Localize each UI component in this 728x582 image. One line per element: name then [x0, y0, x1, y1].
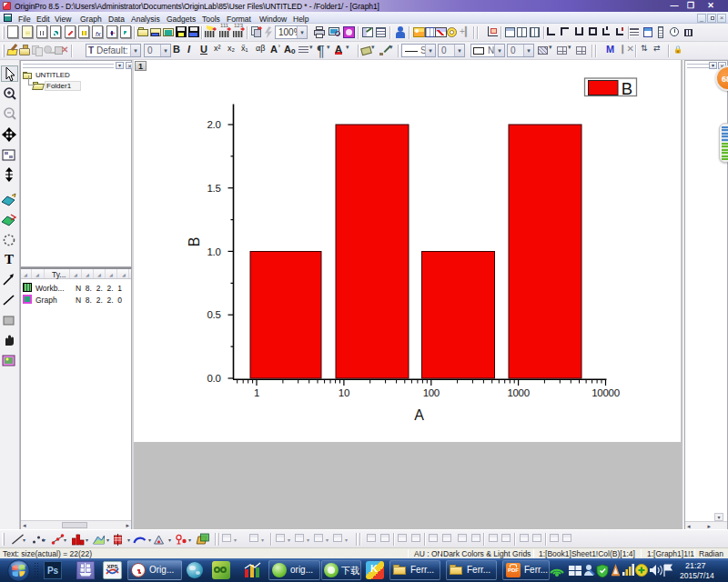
svg-text:0.0: 0.0: [207, 373, 220, 384]
svg-text:1.5: 1.5: [207, 183, 220, 194]
svg-text:0.5: 0.5: [207, 309, 220, 320]
svg-text:1: 1: [254, 387, 259, 398]
svg-text:1.0: 1.0: [207, 246, 220, 257]
svg-text:T: T: [5, 252, 14, 266]
svg-text:100: 100: [423, 387, 440, 398]
svg-text:10000: 10000: [592, 387, 619, 398]
svg-text:2.0: 2.0: [207, 119, 220, 130]
svg-text:A: A: [414, 407, 424, 423]
svg-text:XPS: XPS: [106, 564, 117, 569]
svg-text:B: B: [622, 79, 632, 98]
svg-text:10: 10: [339, 387, 349, 398]
svg-text:1000: 1000: [507, 387, 529, 398]
svg-text:B: B: [187, 237, 202, 247]
